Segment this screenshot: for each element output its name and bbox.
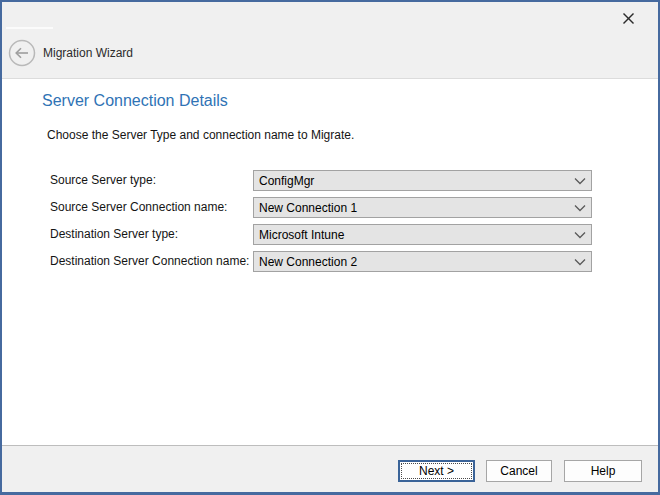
- titlebar-highlight: [6, 27, 53, 29]
- destination-connection-name-combobox[interactable]: New Connection 2: [253, 251, 592, 272]
- field-label: Destination Server Connection name:: [50, 251, 249, 272]
- form-row-source-server-type: Source Server type: ConfigMgr: [2, 170, 658, 191]
- form-row-destination-connection-name: Destination Server Connection name: New …: [2, 251, 658, 272]
- help-button[interactable]: Help: [564, 460, 642, 482]
- footer: Next > Cancel Help: [2, 446, 658, 492]
- combobox-value: New Connection 2: [254, 255, 569, 269]
- wizard-header: Migration Wizard: [2, 2, 658, 79]
- close-button[interactable]: [616, 6, 640, 30]
- combobox-value: Microsoft Intune: [254, 228, 569, 242]
- wizard-title: Migration Wizard: [43, 46, 133, 60]
- field-label: Source Server Connection name:: [50, 197, 227, 218]
- source-connection-name-combobox[interactable]: New Connection 1: [253, 197, 592, 218]
- chevron-down-icon: [569, 204, 591, 212]
- cancel-button[interactable]: Cancel: [486, 460, 552, 482]
- chevron-down-icon: [569, 231, 591, 239]
- page-title: Server Connection Details: [42, 92, 228, 110]
- migration-wizard-dialog: Migration Wizard Server Connection Detai…: [0, 0, 660, 495]
- back-arrow-icon: [8, 39, 36, 67]
- chevron-down-icon: [569, 177, 591, 185]
- next-button[interactable]: Next >: [398, 460, 475, 482]
- combobox-value: New Connection 1: [254, 201, 569, 215]
- instruction-text: Choose the Server Type and connection na…: [47, 128, 354, 142]
- back-button[interactable]: [8, 39, 36, 67]
- form-row-destination-server-type: Destination Server type: Microsoft Intun…: [2, 224, 658, 245]
- close-icon: [622, 12, 635, 25]
- field-label: Destination Server type:: [50, 224, 178, 245]
- destination-server-type-combobox[interactable]: Microsoft Intune: [253, 224, 592, 245]
- form-row-source-connection-name: Source Server Connection name: New Conne…: [2, 197, 658, 218]
- chevron-down-icon: [569, 258, 591, 266]
- combobox-value: ConfigMgr: [254, 174, 569, 188]
- field-label: Source Server type:: [50, 170, 156, 191]
- source-server-type-combobox[interactable]: ConfigMgr: [253, 170, 592, 191]
